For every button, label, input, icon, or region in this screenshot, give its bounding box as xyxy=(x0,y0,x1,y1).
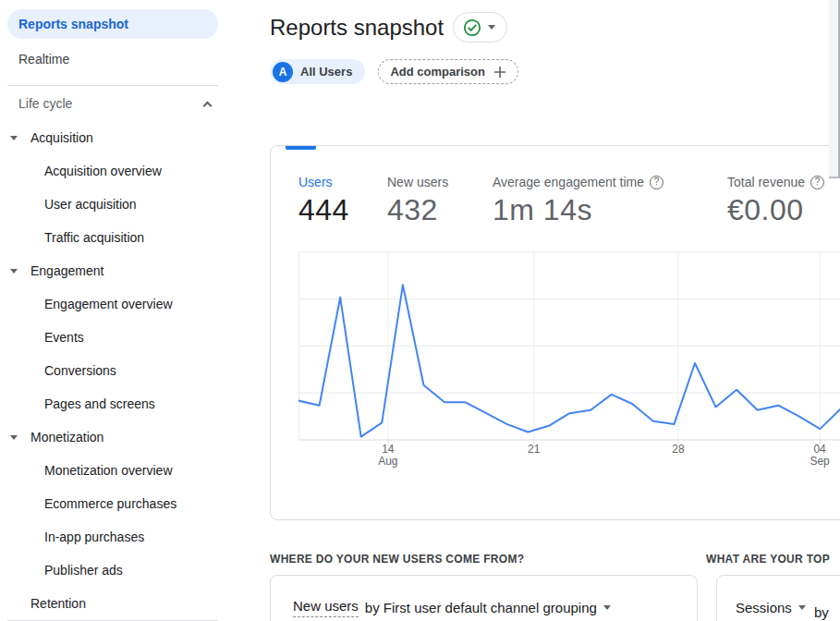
sidebar-item-label: Engagement xyxy=(30,263,103,278)
sidebar-item-monetization[interactable]: Monetization xyxy=(0,420,225,454)
sidebar-item-label: In-app purchases xyxy=(44,530,144,544)
chip-label: All Users xyxy=(300,65,352,79)
expand-arrow-icon xyxy=(10,435,18,440)
sidebar-item-label: Pages and screens xyxy=(44,396,155,411)
sidebar-item-label: Engagement overview xyxy=(44,297,173,311)
sidebar-item-monetization-overview[interactable]: Monetization overview xyxy=(0,454,225,487)
sidebar-item-label: Retention xyxy=(30,596,86,611)
sidebar-item-publisher-ads[interactable]: Publisher ads xyxy=(0,554,225,587)
metric-selector-link[interactable]: New users xyxy=(293,598,359,617)
metric-label: Average engagement time xyxy=(493,174,644,190)
metric-value: €0.00 xyxy=(727,193,824,227)
help-icon[interactable]: ? xyxy=(650,176,663,189)
x-axis-tick-label: 14Aug xyxy=(378,444,397,468)
sidebar-item-user-acquisition[interactable]: User acquisition xyxy=(0,188,225,221)
sidebar-item-in-app-purchases[interactable]: In-app purchases xyxy=(0,520,225,554)
sidebar-item-label: Realtime xyxy=(18,52,69,67)
chevron-down-icon xyxy=(488,25,495,30)
sidebar-item-conversions[interactable]: Conversions xyxy=(0,354,225,387)
expand-arrow-icon xyxy=(10,136,18,140)
new-users-by-channel-card: New users by First user default channel … xyxy=(270,575,698,621)
users-trend-line xyxy=(298,285,840,436)
chip-label: Add comparison xyxy=(390,65,485,79)
sidebar-item-label: Acquisition overview xyxy=(44,164,162,178)
users-trend-chart[interactable] xyxy=(298,244,840,447)
metric-tab-avg-engagement-time[interactable]: Average engagement time ? 1m 14s xyxy=(493,174,663,227)
sidebar-item-label: Monetization xyxy=(30,430,103,444)
sidebar-item-traffic-acquisition[interactable]: Traffic acquisition xyxy=(0,221,225,254)
chevron-down-icon xyxy=(603,605,611,610)
all-users-chip[interactable]: A All Users xyxy=(270,59,365,84)
chevron-down-icon xyxy=(798,605,806,610)
page-title: Reports snapshot xyxy=(270,15,444,41)
sidebar-item-acquisition[interactable]: Acquisition xyxy=(0,121,225,154)
sidebar-item-label: Publisher ads xyxy=(44,563,123,578)
sidebar-item-realtime[interactable]: Realtime xyxy=(0,43,225,76)
sidebar-item-engagement[interactable]: Engagement xyxy=(0,254,225,287)
sidebar-item-ecommerce-purchases[interactable]: Ecommerce purchases xyxy=(0,487,225,520)
sidebar-item-label: Acquisition xyxy=(30,130,93,145)
expand-arrow-icon xyxy=(10,269,18,274)
metric-value: 444 xyxy=(298,193,349,227)
sidebar-item-label: Traffic acquisition xyxy=(44,230,144,245)
active-metric-tab-indicator xyxy=(286,146,316,150)
add-comparison-button[interactable]: Add comparison xyxy=(378,59,518,84)
sidebar-item-engagement-overview[interactable]: Engagement overview xyxy=(0,287,225,321)
metric-tab-users[interactable]: Users 444 xyxy=(298,174,349,227)
sidebar-item-label: Ecommerce purchases xyxy=(44,496,177,511)
metric-value: 1m 14s xyxy=(493,193,663,227)
vertical-scrollbar[interactable] xyxy=(829,0,840,178)
sidebar-item-pages-and-screens[interactable]: Pages and screens xyxy=(0,387,225,420)
green-check-icon xyxy=(463,18,481,37)
metric-selector-link[interactable]: Sessions xyxy=(736,600,792,615)
card-metric-selector[interactable]: Sessions xyxy=(736,600,806,615)
sidebar-collection-life-cycle[interactable]: Life cycle xyxy=(0,86,225,121)
collapse-chevron-icon xyxy=(203,101,213,110)
sidebar-item-reports-snapshot[interactable]: Reports snapshot xyxy=(7,9,218,39)
metric-value: 432 xyxy=(387,193,448,227)
sidebar-item-label: Monetization overview xyxy=(44,463,173,478)
comparison-bar: A All Users Add comparison xyxy=(270,59,518,84)
x-axis-tick-label: 21 xyxy=(528,444,540,456)
section-header-new-users: WHERE DO YOUR NEW USERS COME FROM? xyxy=(270,553,524,566)
sidebar-item-label: Events xyxy=(44,330,84,345)
sidebar-item-label: User acquisition xyxy=(44,197,137,212)
card-title-connector: by xyxy=(814,604,829,620)
report-nav-sidebar: Reports snapshot Realtime Life cycle Acq… xyxy=(0,0,225,621)
metric-tab-new-users[interactable]: New users 432 xyxy=(387,174,448,227)
users-trend-line-svg xyxy=(298,244,840,447)
x-axis-tick-label: 04Sep xyxy=(810,444,829,468)
section-header-top: WHAT ARE YOUR TOP xyxy=(706,553,830,566)
page-header: Reports snapshot xyxy=(270,12,507,43)
sidebar-item-acquisition-overview[interactable]: Acquisition overview xyxy=(0,154,225,188)
sessions-by-card: Sessions by xyxy=(716,575,840,621)
sidebar-item-label: Conversions xyxy=(44,363,116,378)
sidebar-item-label: Reports snapshot xyxy=(18,17,128,31)
metric-label: New users xyxy=(387,174,448,190)
x-axis-tick-label: 28 xyxy=(672,444,684,456)
card-title-text: by First user default channel grouping xyxy=(365,600,597,615)
metric-label: Total revenue xyxy=(727,174,805,190)
x-axis: 14Aug212804Sep xyxy=(298,444,840,471)
card-dimension-selector[interactable]: New users by First user default channel … xyxy=(293,598,611,617)
report-status-dropdown[interactable] xyxy=(453,12,507,43)
snapshot-overview-card: Users 444 New users 432 Average engageme… xyxy=(270,145,840,520)
metric-label: Users xyxy=(298,174,333,190)
help-icon[interactable]: ? xyxy=(810,176,824,189)
plus-icon xyxy=(493,66,506,79)
sidebar-item-retention[interactable]: Retention xyxy=(0,587,225,620)
metric-tab-total-revenue[interactable]: Total revenue ? €0.00 xyxy=(727,174,824,227)
sidebar-item-events[interactable]: Events xyxy=(0,321,225,354)
ga4-reports-snapshot-page: Reports snapshot Realtime Life cycle Acq… xyxy=(0,0,840,621)
collection-label: Life cycle xyxy=(18,96,72,111)
comparison-avatar: A xyxy=(273,62,293,82)
